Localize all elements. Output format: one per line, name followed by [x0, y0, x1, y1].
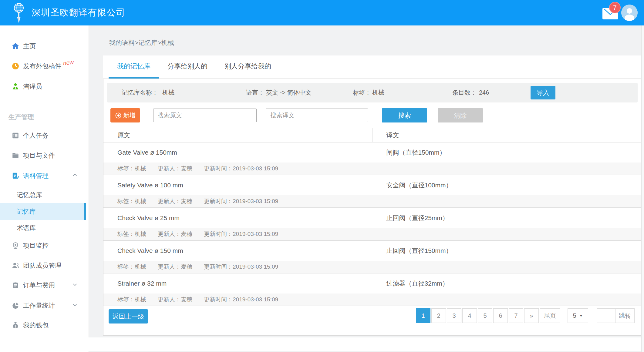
- team-people-icon: [12, 262, 19, 270]
- chevron-down-icon: [72, 302, 78, 310]
- sidebar-section-production: 生产管理: [8, 113, 34, 121]
- tabs-bar: 我的记忆库 分享给别人的 别人分享给我的: [103, 55, 642, 79]
- row-meta: 标签：机械 更新人：麦穗 更新时间：2019-03-03 15:09: [103, 163, 641, 175]
- sidebar-item-label: 语料管理: [23, 172, 49, 180]
- next-pages-button[interactable]: »: [524, 308, 539, 323]
- sidebar-item-translators[interactable]: 淘译员: [0, 76, 86, 96]
- memory-info-bar: 记忆库名称：机械 语言：英文 -> 简体中文 标签：机械 条目数：246 导入: [107, 83, 638, 102]
- source-text: Check Valve ø 150 mm: [103, 247, 373, 254]
- target-text: 止回阀（直径150mm）: [373, 246, 642, 255]
- page-size-select[interactable]: 5 ▼: [568, 308, 588, 323]
- sidebar-item-label: 工作量统计: [23, 301, 55, 310]
- pie-chart-icon: [12, 302, 19, 310]
- sidebar-item-projects-files[interactable]: 项目与文件: [0, 146, 86, 166]
- page-button-7[interactable]: 7: [509, 308, 523, 323]
- jump-group: 跳转: [597, 308, 635, 323]
- table-row[interactable]: Check Valve ø 150 mm 止回阀（直径150mm）: [103, 241, 641, 261]
- target-text: 止回阀（直径25mm）: [373, 214, 642, 222]
- sidebar-item-label: 个人任务: [23, 131, 49, 140]
- memory-entry-count: 条目数：246: [452, 83, 489, 102]
- page-button-4[interactable]: 4: [462, 308, 477, 323]
- task-list-icon: [12, 132, 19, 139]
- import-button[interactable]: 导入: [531, 86, 555, 99]
- table-row[interactable]: Safety Valve ø 100 mm 安全阀（直径100mm）: [103, 175, 641, 195]
- svg-text:$: $: [15, 325, 16, 328]
- plus-circle-icon: [115, 112, 121, 119]
- sidebar-item-workload-stats[interactable]: 工作量统计: [0, 296, 86, 316]
- page-button-5[interactable]: 5: [478, 308, 492, 323]
- jump-page-input[interactable]: [597, 309, 615, 323]
- sidebar-item-corpus-management[interactable]: 语料管理: [0, 166, 86, 186]
- target-column-header: 译文: [373, 131, 642, 139]
- sidebar-item-label: 淘译员: [23, 82, 42, 91]
- sidebar-item-label: 订单与费用: [23, 281, 55, 290]
- sidebar-scrollbar[interactable]: [86, 25, 89, 352]
- memory-tag: 标签：机械: [353, 83, 384, 102]
- row-meta: 标签：机械 更新人：麦穗 更新时间：2019-03-03 15:09: [103, 293, 641, 306]
- tab-my-memory-db[interactable]: 我的记忆库: [109, 55, 159, 79]
- last-page-button[interactable]: 尾页: [540, 308, 560, 323]
- home-icon: [12, 42, 19, 50]
- active-indicator-bar: [84, 203, 86, 220]
- tab-shared-by-me[interactable]: 分享给别人的: [159, 55, 216, 79]
- clock-icon: [12, 62, 19, 70]
- pagination: 1 2 3 4 5 6 7 » 尾页 5 ▼ 跳转: [415, 308, 635, 323]
- target-text: 安全阀（直径100mm）: [373, 181, 642, 189]
- page-button-6[interactable]: 6: [493, 308, 508, 323]
- clipboard-icon: [12, 281, 19, 289]
- page-scrollbar[interactable]: [641, 25, 644, 352]
- page-button-3[interactable]: 3: [447, 308, 461, 323]
- tab-shared-to-me[interactable]: 别人分享给我的: [216, 55, 280, 79]
- sidebar-item-orders-fees[interactable]: 订单与费用: [0, 275, 86, 295]
- target-text: 闸阀（直径150mm）: [373, 148, 642, 157]
- company-name: 深圳圣欧翻译有限公司: [32, 0, 126, 25]
- sidebar-item-label: 发布外包稿件new: [23, 62, 74, 70]
- search-button[interactable]: 搜索: [382, 108, 427, 122]
- chevron-down-icon: [72, 281, 78, 290]
- sidebar-item-my-wallet[interactable]: $ 我的钱包: [0, 315, 86, 335]
- table-row[interactable]: Gate Valve ø 150mm 闸阀（直径150mm）: [103, 142, 641, 163]
- monitor-camera-icon: [12, 242, 19, 250]
- source-text: Check Valve ø 25 mm: [103, 214, 373, 222]
- sidebar-item-publish-outsource[interactable]: 发布外包稿件new: [0, 56, 86, 76]
- row-meta: 标签：机械 更新人：麦穗 更新时间：2019-03-03 15:09: [103, 261, 641, 273]
- sidebar-item-personal-tasks[interactable]: 个人任务: [0, 126, 86, 146]
- memory-db-card: 记忆库名称：机械 语言：英文 -> 简体中文 标签：机械 条目数：246 导入 …: [103, 79, 642, 336]
- back-button[interactable]: 返回上一级: [109, 309, 148, 324]
- sidebar-item-label: 项目与文件: [23, 151, 55, 160]
- jump-button[interactable]: 跳转: [615, 309, 634, 323]
- sidebar-item-memory-master-db[interactable]: 记忆总库: [0, 187, 86, 203]
- table-row[interactable]: Strainer ø 32 mm 过滤器（直径32mm）: [103, 273, 641, 293]
- new-badge: new: [63, 59, 74, 67]
- sidebar-item-home[interactable]: 主页: [0, 36, 86, 56]
- app-screen: 深圳圣欧翻译有限公司 7 主页: [0, 0, 644, 352]
- chevron-up-icon: [72, 172, 78, 180]
- sidebar-item-team-members[interactable]: 团队成员管理: [0, 256, 86, 276]
- sidebar-item-memory-db[interactable]: 记忆库: [0, 203, 86, 220]
- row-meta: 标签：机械 更新人：麦穗 更新时间：2019-03-03 15:09: [103, 228, 641, 241]
- table-row[interactable]: Check Valve ø 25 mm 止回阀（直径25mm）: [103, 208, 641, 228]
- sidebar-item-label: 我的钱包: [23, 321, 49, 330]
- page-button-2[interactable]: 2: [431, 308, 446, 323]
- sidebar-item-label: 团队成员管理: [23, 261, 61, 270]
- top-header-bar: 深圳圣欧翻译有限公司 7: [0, 0, 644, 25]
- memory-language: 语言：英文 -> 简体中文: [246, 83, 311, 102]
- add-entry-button[interactable]: 新增: [110, 108, 140, 122]
- page-button-1[interactable]: 1: [416, 308, 430, 323]
- corpus-document-icon: [12, 172, 19, 180]
- search-target-input[interactable]: [266, 109, 368, 122]
- sidebar-item-term-db[interactable]: 术语库: [0, 220, 86, 236]
- search-source-input[interactable]: [153, 109, 257, 122]
- user-avatar[interactable]: [621, 5, 638, 21]
- mail-unread-badge[interactable]: 7: [609, 2, 621, 13]
- sidebar-item-label: 项目监控: [23, 241, 49, 250]
- money-bag-icon: $: [12, 321, 19, 329]
- select-caret-icon: ▼: [579, 313, 583, 318]
- table-header-row: 原文 译文: [103, 128, 641, 142]
- sidebar-item-label: 主页: [23, 42, 36, 50]
- translator-person-icon: [12, 82, 19, 90]
- memory-name: 记忆库名称：机械: [122, 83, 174, 102]
- sidebar-item-project-monitoring[interactable]: 项目监控: [0, 236, 86, 256]
- clear-button[interactable]: 清除: [438, 108, 483, 122]
- sidebar-item-label: 术语库: [17, 224, 36, 232]
